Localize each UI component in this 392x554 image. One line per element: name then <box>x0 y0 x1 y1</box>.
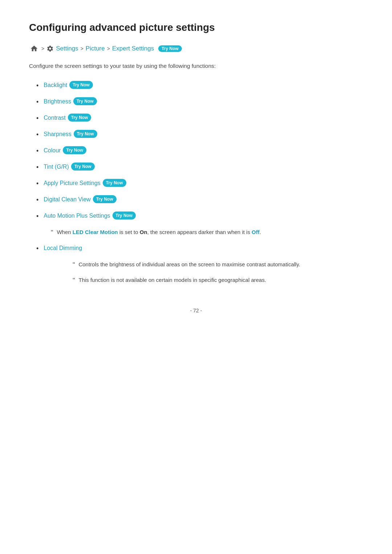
digital-clean-try-now-badge[interactable]: Try Now <box>93 195 117 203</box>
led-clear-motion-link[interactable]: LED Clear Motion <box>73 229 118 235</box>
local-dimming-note-2: " This function is not available on cert… <box>73 276 363 286</box>
local-dimming-notes: " Controls the brightness of individual … <box>51 260 363 286</box>
page-title: Configuring advanced picture settings <box>29 22 363 33</box>
off-text: Off <box>252 229 260 235</box>
list-item-tint: Tint (G/R) Try Now <box>36 163 363 172</box>
list-item-digital-clean: Digital Clean View Try Now <box>36 195 363 205</box>
auto-motion-note-text: When LED Clear Motion is set to On, the … <box>57 228 261 237</box>
list-item-auto-motion: Auto Motion Plus Settings Try Now <box>36 212 363 221</box>
list-item-sharpness: Sharpness Try Now <box>36 130 363 140</box>
settings-icon <box>46 45 54 52</box>
settings-list: Backlight Try Now Brightness Try Now Con… <box>36 81 363 221</box>
list-item-backlight: Backlight Try Now <box>36 81 363 91</box>
local-dimming-list: Local Dimming <box>36 244 363 254</box>
local-dimming-note-2-text: This function is not available on certai… <box>78 276 266 284</box>
page-footer: - 72 - <box>29 308 363 313</box>
breadcrumb-separator-3: > <box>107 46 110 52</box>
expert-settings-try-now-badge[interactable]: Try Now <box>158 45 182 52</box>
colour-try-now-badge[interactable]: Try Now <box>63 146 86 154</box>
list-item-local-dimming: Local Dimming <box>36 244 363 254</box>
on-text: On <box>140 229 147 235</box>
apply-picture-try-now-badge[interactable]: Try Now <box>103 179 126 187</box>
breadcrumb-settings[interactable]: Settings <box>56 45 78 52</box>
breadcrumb-expert-settings[interactable]: Expert Settings <box>112 45 154 52</box>
home-icon[interactable] <box>29 44 39 54</box>
local-dimming-note-1: " Controls the brightness of individual … <box>73 260 363 270</box>
local-dimming-link[interactable]: Local Dimming <box>44 244 82 253</box>
quote-icon-local-2: " <box>73 275 75 286</box>
colour-link[interactable]: Colour <box>44 146 61 155</box>
list-item-apply-picture: Apply Picture Settings Try Now <box>36 179 363 189</box>
auto-motion-link[interactable]: Auto Motion Plus Settings <box>44 212 110 220</box>
breadcrumb: > Settings > Picture > Expert Settings T… <box>29 44 363 54</box>
sharpness-try-now-badge[interactable]: Try Now <box>74 130 97 138</box>
brightness-try-now-badge[interactable]: Try Now <box>73 97 97 105</box>
quote-icon-auto-motion: " <box>51 227 53 238</box>
apply-picture-link[interactable]: Apply Picture Settings <box>44 179 101 188</box>
breadcrumb-picture[interactable]: Picture <box>86 45 105 52</box>
backlight-link[interactable]: Backlight <box>44 81 67 90</box>
auto-motion-try-now-badge[interactable]: Try Now <box>113 212 136 219</box>
list-item-colour: Colour Try Now <box>36 146 363 156</box>
breadcrumb-separator-2: > <box>81 46 83 52</box>
intro-text: Configure the screen settings to your ta… <box>29 62 363 71</box>
backlight-try-now-badge[interactable]: Try Now <box>69 81 93 89</box>
tint-link[interactable]: Tint (G/R) <box>44 163 69 171</box>
list-item-brightness: Brightness Try Now <box>36 97 363 107</box>
contrast-link[interactable]: Contrast <box>44 114 65 122</box>
breadcrumb-separator-1: > <box>41 46 44 52</box>
auto-motion-note: " When LED Clear Motion is set to On, th… <box>51 228 363 238</box>
contrast-try-now-badge[interactable]: Try Now <box>68 114 91 122</box>
brightness-link[interactable]: Brightness <box>44 97 71 106</box>
tint-try-now-badge[interactable]: Try Now <box>71 163 95 171</box>
local-dimming-note-1-text: Controls the brightness of individual ar… <box>78 260 300 269</box>
digital-clean-link[interactable]: Digital Clean View <box>44 195 91 204</box>
sharpness-link[interactable]: Sharpness <box>44 130 72 139</box>
list-item-contrast: Contrast Try Now <box>36 114 363 123</box>
quote-icon-local-1: " <box>73 260 75 270</box>
